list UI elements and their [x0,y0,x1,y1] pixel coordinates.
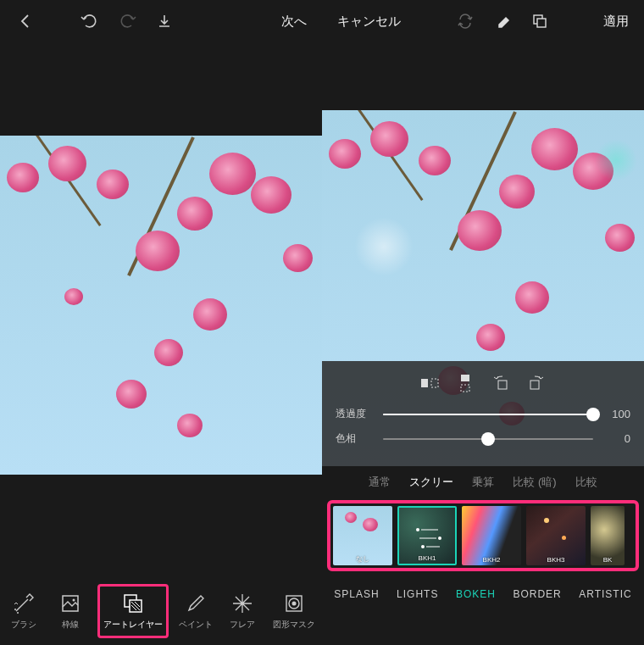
svg-rect-10 [537,19,546,27]
undo-icon[interactable] [75,6,105,36]
bottom-toolbar: ブラシ 枠線 アートレイヤー ペイント フレア [0,577,322,645]
transform-buttons [336,373,630,393]
svg-rect-16 [530,381,539,389]
shapemask-icon [282,592,306,615]
cat-artistic[interactable]: ARTISTIC [579,588,631,600]
left-topbar: 次へ [0,0,322,42]
hue-slider[interactable] [383,438,593,440]
download-icon[interactable] [149,6,180,36]
tool-brush[interactable]: ブラシ [3,588,44,634]
thumbnails-wrap: なし BKH1 BKH2 BKH3 BK [322,495,644,576]
tool-artlayer[interactable]: アートレイヤー [97,584,169,638]
tool-label: ペイント [179,619,213,631]
svg-point-17 [416,528,419,531]
right-panel: キャンセル 適用 [322,0,644,645]
sync-icon[interactable] [450,6,480,36]
thumb-bkh2[interactable]: BKH2 [462,506,521,565]
left-panel: 次へ ブラシ 枠線 [0,0,322,645]
blend-screen[interactable]: スクリー [409,475,453,490]
thumb-label: BKH3 [526,556,586,564]
blend-compare[interactable]: 比較 [575,475,597,490]
blend-mode-row: 通常 スクリー 乗算 比較 (暗) 比較 [322,466,644,495]
flip-horizontal-icon[interactable] [416,373,443,393]
tool-label: アートレイヤー [103,619,163,631]
flare-icon [230,592,254,615]
opacity-value: 100 [603,408,630,420]
tool-shapemask[interactable]: 図形マスク [269,588,319,634]
next-button[interactable]: 次へ [276,14,312,30]
opacity-slider[interactable] [383,414,593,415]
back-icon[interactable] [10,6,41,36]
svg-point-18 [438,537,441,540]
svg-point-19 [421,545,425,548]
blend-darken[interactable]: 比較 (暗) [513,475,556,490]
brush-icon [12,592,36,615]
right-canvas[interactable]: 透過度 100 色相 0 [322,110,644,466]
controls-overlay: 透過度 100 色相 0 [322,361,644,466]
cat-border[interactable]: BORDER [513,588,561,600]
layers-icon[interactable] [525,6,555,36]
thumb-label: BKH1 [399,554,455,562]
svg-point-0 [14,609,16,610]
thumbnails: なし BKH1 BKH2 BKH3 BK [327,500,639,571]
redo-icon[interactable] [112,6,142,36]
frame-icon [58,592,82,615]
opacity-slider-row: 透過度 100 [336,407,630,421]
tool-label: 枠線 [62,619,79,631]
artlayer-icon [121,592,145,615]
hue-slider-row: 色相 0 [336,431,630,446]
cat-splash[interactable]: SPLASH [334,588,379,600]
thumb-bkh3[interactable]: BKH3 [526,506,586,565]
thumb-label: なし [333,554,392,564]
tool-frame[interactable]: 枠線 [50,588,91,634]
svg-rect-14 [461,385,469,392]
svg-rect-15 [498,381,507,389]
tool-flare[interactable]: フレア [222,588,263,634]
flip-vertical-icon[interactable] [452,373,479,393]
tool-label: ブラシ [11,619,36,631]
svg-rect-13 [461,375,469,381]
hue-value: 0 [603,432,630,445]
rotate-left-icon[interactable] [487,373,514,393]
cancel-button[interactable]: キャンセル [332,14,406,30]
tool-paint[interactable]: ペイント [175,588,216,634]
blend-multiply[interactable]: 乗算 [472,475,494,490]
thumb-none[interactable]: なし [333,506,392,565]
left-canvas[interactable] [0,136,322,475]
hue-label: 色相 [336,431,373,446]
tool-label: フレア [230,619,255,631]
cat-bokeh[interactable]: BOKEH [456,588,496,600]
thumb-label: BKH2 [462,556,521,564]
right-topbar: キャンセル 適用 [322,0,644,42]
svg-rect-11 [421,379,428,387]
svg-point-3 [73,599,75,602]
thumb-label: BK [591,556,625,564]
eraser-icon[interactable] [487,6,518,36]
tool-label: 図形マスク [273,619,315,631]
category-row: SPLASH LIGHTS BOKEH BORDER ARTISTIC [322,576,644,612]
thumb-bk[interactable]: BK [591,506,625,565]
svg-point-1 [17,612,19,614]
paint-icon [184,592,208,615]
rotate-right-icon[interactable] [523,373,550,393]
thumb-bkh1[interactable]: BKH1 [397,506,457,565]
apply-button[interactable]: 適用 [598,14,634,30]
opacity-label: 透過度 [336,407,373,421]
blend-normal[interactable]: 通常 [369,475,391,490]
svg-point-8 [292,602,297,606]
cat-lights[interactable]: LIGHTS [397,588,438,600]
svg-rect-12 [431,379,438,387]
